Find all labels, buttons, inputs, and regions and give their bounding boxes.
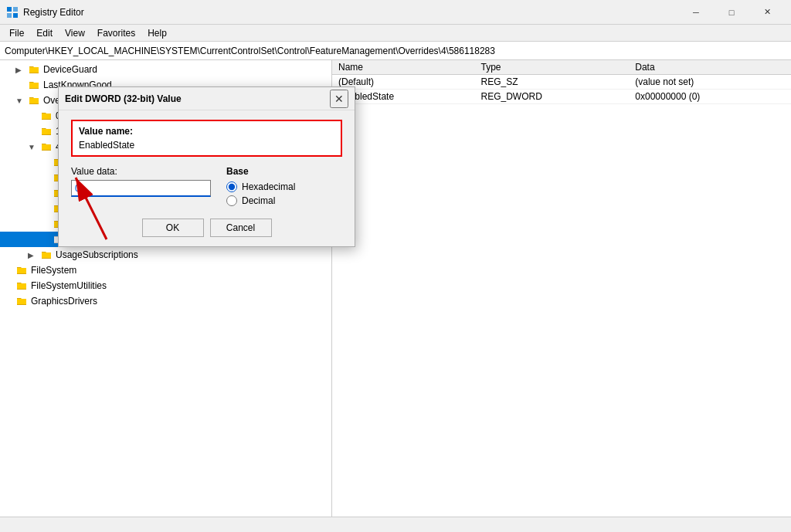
expand-arrow [40, 205, 53, 213]
expand-arrow [3, 266, 15, 275]
minimize-button[interactable]: ─ [678, 0, 714, 25]
expand-arrow [15, 81, 28, 90]
tree-item-label: FileSystemUtilities [31, 280, 107, 291]
radio-group: Hexadecimal Decimal [226, 181, 342, 206]
cell-data: (value not set) [629, 75, 791, 90]
menu-help[interactable]: Help [141, 26, 173, 40]
edit-dword-dialog[interactable]: Edit DWORD (32-bit) Value ✕ Value name: … [58, 86, 355, 247]
radio-hexadecimal-label: Hexadecimal [242, 181, 295, 192]
svg-rect-0 [7, 7, 12, 12]
close-button[interactable]: ✕ [749, 0, 785, 25]
folder-icon [28, 94, 40, 107]
value-name-display: EnabledState [79, 140, 334, 151]
ok-button[interactable]: OK [142, 219, 204, 237]
tree-item-label: UsageSubscriptions [56, 249, 138, 260]
tree-item-label: FileSystem [31, 265, 76, 276]
menu-edit[interactable]: Edit [30, 26, 59, 40]
tree-item-filesystem[interactable]: FileSystem [0, 263, 331, 278]
expand-arrow [28, 127, 40, 136]
cell-data: 0x00000000 (0) [629, 90, 791, 104]
tree-item-label: DeviceGuard [43, 64, 97, 75]
folder-icon [28, 63, 40, 76]
folder-icon [15, 264, 28, 276]
value-data-section: Value data: [71, 166, 211, 197]
table-row[interactable]: (Default) REG_SZ (value not set) [332, 75, 791, 90]
radio-decimal-label: Decimal [242, 195, 275, 206]
expand-arrow [40, 189, 53, 198]
col-name: Name [332, 60, 475, 75]
dialog-close-button[interactable]: ✕ [330, 90, 348, 108]
dialog-buttons: OK Cancel [71, 219, 342, 237]
folder-icon [15, 280, 28, 292]
tree-item-usagesubscriptions[interactable]: ▶ UsageSubscriptions [0, 247, 331, 263]
dialog-body: Value name: EnabledState Value data: Bas… [59, 110, 355, 246]
app-icon [6, 6, 19, 19]
folder-icon [40, 249, 53, 261]
folder-icon [15, 295, 28, 307]
dialog-row: Value data: Base Hexadecimal Decimal [71, 166, 342, 206]
radio-decimal-input[interactable] [226, 195, 237, 206]
right-panel: Name Type Data (Default) REG_SZ (value n… [332, 60, 791, 517]
svg-rect-2 [7, 13, 12, 18]
menu-file[interactable]: File [3, 26, 30, 40]
value-name-label: Value name: [79, 126, 334, 137]
col-type: Type [475, 60, 630, 75]
status-bar [0, 517, 791, 532]
menu-view[interactable]: View [59, 26, 91, 40]
svg-rect-1 [13, 7, 18, 12]
cell-type: REG_SZ [475, 75, 630, 90]
app-title: Registry Editor [23, 7, 678, 18]
address-bar: Computer\HKEY_LOCAL_MACHINE\SYSTEM\Curre… [0, 42, 791, 60]
expand-arrow [3, 297, 15, 306]
value-name-section: Value name: EnabledState [71, 120, 342, 157]
folder-icon [40, 110, 53, 122]
title-bar: Registry Editor ─ □ ✕ [0, 0, 791, 25]
radio-hexadecimal-input[interactable] [226, 181, 237, 192]
tree-item-label: GraphicsDrivers [31, 296, 97, 307]
folder-icon [28, 79, 40, 91]
svg-rect-3 [13, 13, 18, 18]
tree-item-filesystemutilities[interactable]: FileSystemUtilities [0, 278, 331, 293]
table-row[interactable]: EnabledState REG_DWORD 0x00000000 (0) [332, 90, 791, 104]
radio-decimal[interactable]: Decimal [226, 195, 342, 206]
expand-arrow: ▶ [28, 251, 40, 259]
value-data-label: Value data: [71, 166, 211, 177]
expand-arrow: ▼ [15, 97, 28, 105]
cell-type: REG_DWORD [475, 90, 630, 104]
expand-arrow [40, 158, 53, 167]
tree-item-deviceguard[interactable]: ▶ DeviceGuard [0, 62, 331, 77]
cancel-button[interactable]: Cancel [210, 219, 272, 237]
expand-arrow [40, 236, 53, 244]
folder-icon [40, 141, 53, 153]
folder-icon [40, 125, 53, 137]
dialog-title: Edit DWORD (32-bit) Value [65, 93, 182, 104]
menu-bar: File Edit View Favorites Help [0, 25, 791, 42]
value-data-input[interactable] [71, 180, 211, 197]
expand-arrow: ▼ [28, 143, 40, 151]
expand-arrow [28, 112, 40, 120]
address-path: Computer\HKEY_LOCAL_MACHINE\SYSTEM\Curre… [5, 46, 495, 56]
window-controls: ─ □ ✕ [678, 0, 785, 25]
base-section: Base Hexadecimal Decimal [226, 166, 342, 206]
expand-arrow [40, 220, 53, 229]
menu-favorites[interactable]: Favorites [91, 26, 141, 40]
maximize-button[interactable]: □ [714, 0, 749, 25]
expand-arrow [3, 282, 15, 290]
dialog-title-bar: Edit DWORD (32-bit) Value ✕ [59, 87, 355, 110]
col-data: Data [629, 60, 791, 75]
base-label: Base [226, 166, 342, 177]
registry-table: Name Type Data (Default) REG_SZ (value n… [332, 60, 791, 104]
expand-arrow [40, 174, 53, 182]
radio-hexadecimal[interactable]: Hexadecimal [226, 181, 342, 192]
expand-arrow: ▶ [15, 66, 28, 74]
tree-item-graphicsdrivers[interactable]: GraphicsDrivers [0, 293, 331, 309]
